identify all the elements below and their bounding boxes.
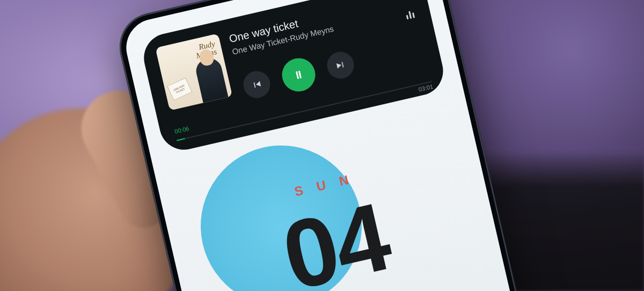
track-title: One way ticket: [228, 0, 414, 45]
previous-button[interactable]: [241, 68, 273, 100]
next-button[interactable]: [324, 49, 356, 81]
music-player-widget: Rudy Meyns ONE WAY TICKET One way ticket…: [139, 0, 448, 155]
album-art-stamp: ONE WAY TICKET: [167, 77, 192, 100]
album-art[interactable]: Rudy Meyns ONE WAY TICKET: [155, 33, 232, 111]
